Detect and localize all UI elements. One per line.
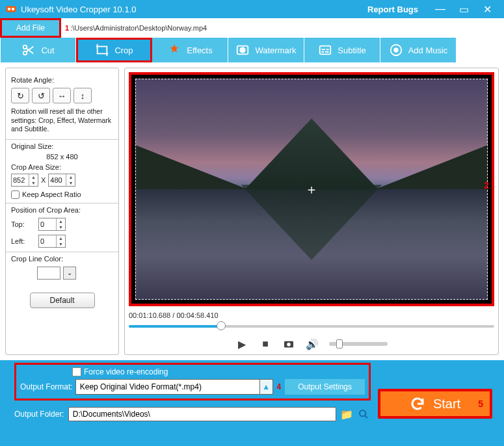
svg-point-12: [360, 410, 365, 416]
output-settings-label: Output Settings: [298, 382, 352, 391]
svg-point-9: [394, 48, 398, 52]
keep-aspect-label: Keep Aspect Ratio: [22, 190, 81, 198]
crop-width-input[interactable]: 852▲▼: [11, 174, 38, 187]
add-file-button[interactable]: Add File: [0, 18, 61, 38]
close-button[interactable]: ✕: [475, 3, 499, 16]
tab-bar: Cut Crop Effects Watermark Subtitle Add …: [0, 38, 504, 62]
top-label: Top:: [11, 220, 38, 228]
svg-point-2: [12, 8, 15, 11]
tab-add-music[interactable]: Add Music: [380, 38, 457, 62]
tab-crop-label: Crop: [114, 46, 133, 55]
app-icon: [5, 3, 17, 15]
main-area: Rotate Angle: ↻ ↺ ↔ ↕ Rotation will rese…: [0, 62, 504, 360]
position-label: Position of Crop Area:: [11, 206, 113, 214]
svg-rect-5: [98, 47, 107, 54]
scissors-icon: [21, 43, 36, 57]
rotate-note: Rotation will reset all the other settin…: [11, 107, 113, 134]
left-input[interactable]: 0▲▼: [38, 235, 66, 248]
minimize-button[interactable]: —: [429, 3, 452, 15]
start-button-label: Start: [433, 397, 460, 412]
chevron-up-icon: ▲: [259, 380, 272, 394]
output-settings-button[interactable]: Output Settings: [285, 379, 365, 395]
keep-aspect-checkbox[interactable]: Keep Aspect Ratio: [11, 190, 113, 199]
output-folder-label: Output Folder:: [14, 410, 64, 419]
crop-color-label: Crop Line Color:: [11, 255, 113, 263]
preview-panel: ＋ 2 00:01:10.688 / 00:04:58.410 ▶ ■ 🔊: [124, 68, 499, 355]
snapshot-button[interactable]: [282, 337, 295, 350]
crop-height-value: 480: [50, 176, 62, 184]
size-x-label: X: [41, 176, 46, 184]
tab-cut-label: Cut: [41, 46, 54, 55]
stop-button[interactable]: ■: [259, 337, 272, 350]
maximize-button[interactable]: ▭: [452, 3, 475, 16]
left-value: 0: [40, 237, 44, 245]
report-bugs-link[interactable]: Report Bugs: [367, 5, 418, 14]
rotate-ccw-button[interactable]: ↺: [32, 88, 50, 103]
tab-add-music-label: Add Music: [408, 46, 448, 55]
volume-slider[interactable]: [329, 342, 388, 346]
playback-controls: ▶ ■ 🔊: [129, 337, 494, 350]
reencode-checkbox[interactable]: [72, 367, 81, 376]
browse-folder-icon[interactable]: 📁: [340, 408, 353, 421]
tab-crop[interactable]: Crop: [76, 38, 152, 62]
tab-watermark[interactable]: Watermark: [228, 38, 304, 62]
crop-height-input[interactable]: 480▲▼: [48, 174, 75, 187]
tab-watermark-label: Watermark: [255, 46, 296, 55]
watermark-icon: [235, 43, 250, 57]
tab-effects[interactable]: Effects: [152, 38, 228, 62]
top-value: 0: [40, 220, 44, 228]
subtitle-icon: [318, 43, 332, 57]
original-size-label: Original Size:: [11, 142, 113, 150]
video-preview[interactable]: ＋ 2: [129, 72, 494, 306]
crop-width-value: 852: [13, 176, 25, 184]
add-file-label: Add File: [16, 23, 45, 33]
original-size-value: 852 x 480: [11, 153, 113, 161]
timecode: 00:01:10.688 / 00:04:58.410: [129, 311, 494, 319]
crop-area-label: Crop Area Size:: [11, 163, 113, 171]
rotate-label: Rotate Angle:: [11, 76, 113, 84]
annotation-2: 2: [484, 180, 489, 190]
tab-effects-label: Effects: [187, 46, 213, 55]
top-input[interactable]: 0▲▼: [38, 218, 66, 231]
crop-center-icon: ＋: [305, 181, 318, 198]
tab-subtitle[interactable]: Subtitle: [304, 38, 380, 62]
keep-aspect-input[interactable]: [11, 190, 20, 199]
file-strip: Add File 1:\Users\Administrator\Desktop\…: [0, 18, 504, 38]
effects-icon: [167, 43, 181, 57]
music-icon: [389, 43, 403, 57]
crop-color-dropdown[interactable]: ⌄: [63, 267, 76, 280]
output-format-select[interactable]: Keep Original Video Format(*.mp4) ▲: [75, 379, 273, 395]
crop-color-swatch: [37, 267, 60, 280]
tab-cut[interactable]: Cut: [0, 38, 76, 62]
annotation-1: 1: [65, 24, 69, 32]
rotate-cw-button[interactable]: ↻: [11, 88, 29, 103]
left-label: Left:: [11, 237, 38, 245]
seek-thumb[interactable]: [217, 321, 226, 330]
svg-point-1: [8, 8, 11, 11]
crop-icon: [95, 43, 109, 57]
flip-horizontal-button[interactable]: ↔: [53, 88, 71, 103]
play-button[interactable]: ▶: [235, 337, 248, 350]
start-button[interactable]: Start 5: [378, 389, 492, 419]
output-format-value: Keep Original Video Format(*.mp4): [80, 382, 202, 391]
refresh-icon: [410, 396, 425, 412]
flip-vertical-button[interactable]: ↕: [73, 88, 92, 103]
reencode-label: Force video re-encoding: [84, 367, 168, 376]
output-format-label: Output Format:: [20, 382, 73, 391]
default-button-label: Default: [49, 296, 74, 305]
output-folder-value: D:\Documents\Videos\: [73, 410, 150, 419]
open-folder-icon[interactable]: [357, 408, 370, 421]
crop-settings-panel: Rotate Angle: ↻ ↺ ↔ ↕ Rotation will rese…: [5, 68, 119, 355]
title-bar: Ukeysoft Video Cropper 10.1.0 Report Bug…: [0, 0, 504, 18]
app-title: Ukeysoft Video Cropper 10.1.0: [21, 5, 137, 14]
output-folder-input[interactable]: D:\Documents\Videos\: [68, 407, 336, 421]
annotation-5: 5: [478, 399, 483, 409]
default-button[interactable]: Default: [30, 293, 95, 308]
svg-point-11: [287, 343, 291, 347]
volume-icon[interactable]: 🔊: [306, 337, 319, 350]
output-format-group: Force video re-encoding Output Format: K…: [14, 363, 371, 400]
annotation-4: 4: [277, 382, 282, 391]
file-path-text: :\Users\Administrator\Desktop\Norway.mp4: [70, 24, 207, 32]
tab-subtitle-label: Subtitle: [338, 46, 365, 55]
seek-slider[interactable]: [129, 321, 494, 332]
